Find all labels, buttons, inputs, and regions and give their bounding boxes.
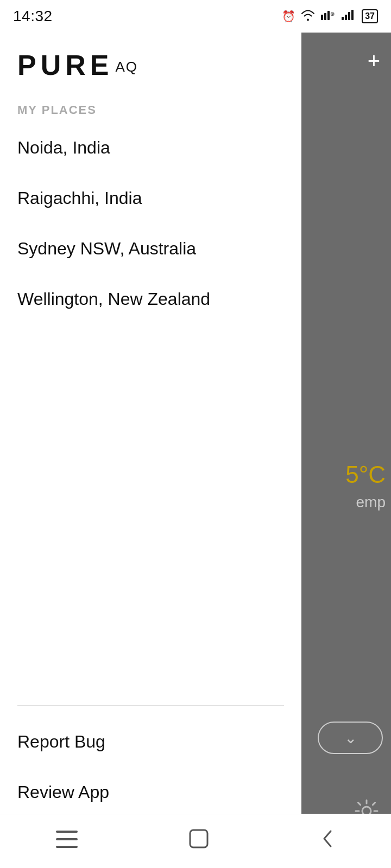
status-bar: 14:32 ⏰ ⊗ <box>0 0 391 33</box>
place-item-raigachhi[interactable]: Raigachhi, India <box>17 173 284 224</box>
temperature-label: emp <box>356 494 386 511</box>
place-list: Noida, India Raigachhi, India Sydney NSW… <box>0 123 301 694</box>
wifi-icon <box>301 9 315 24</box>
svg-rect-11 <box>56 846 78 848</box>
home-nav-icon[interactable] <box>189 829 209 853</box>
place-item-noida[interactable]: Noida, India <box>17 123 284 173</box>
svg-rect-6 <box>348 12 350 20</box>
svg-rect-4 <box>342 17 344 20</box>
menu-item-review-app[interactable]: Review App <box>17 767 284 818</box>
alarm-icon: ⏰ <box>282 10 295 23</box>
back-nav-icon[interactable] <box>320 829 335 853</box>
main-container: PUREAQ MY PLACES Noida, India Raigachhi,… <box>0 33 391 868</box>
battery-icon: 37 <box>362 9 378 23</box>
svg-rect-5 <box>345 15 347 20</box>
app-logo-text: PURE <box>17 49 113 81</box>
sidebar-drawer: PUREAQ MY PLACES Noida, India Raigachhi,… <box>0 33 301 868</box>
svg-rect-7 <box>351 10 354 20</box>
svg-rect-1 <box>324 13 326 20</box>
svg-rect-2 <box>327 11 330 20</box>
extra-signal-icon: ⊗ <box>320 9 336 24</box>
sidebar-divider <box>17 705 284 706</box>
chevron-down-icon: ⌄ <box>344 729 357 747</box>
svg-rect-12 <box>190 830 207 847</box>
menu-item-report-bug[interactable]: Report Bug <box>17 717 284 767</box>
status-icons: ⏰ ⊗ <box>282 9 378 24</box>
my-places-header: MY PLACES <box>0 92 301 123</box>
dropdown-button[interactable]: ⌄ <box>318 722 383 754</box>
add-place-button[interactable]: + <box>368 49 380 73</box>
svg-rect-9 <box>56 831 78 833</box>
app-logo-sub: AQ <box>115 59 138 75</box>
temperature-display: 5°C <box>345 461 386 488</box>
logo-area: PUREAQ <box>0 49 301 92</box>
menu-nav-icon[interactable] <box>56 830 78 853</box>
svg-rect-0 <box>321 15 323 20</box>
place-item-sydney[interactable]: Sydney NSW, Australia <box>17 224 284 274</box>
bottom-navigation <box>0 814 391 868</box>
place-item-wellington[interactable]: Wellington, New Zealand <box>17 274 284 324</box>
svg-text:⊗: ⊗ <box>330 11 335 17</box>
signal-bars-icon <box>341 9 356 23</box>
status-time: 14:32 <box>13 8 53 25</box>
right-panel: + 5°C emp ⌄ <box>301 33 391 868</box>
svg-rect-10 <box>56 838 78 840</box>
